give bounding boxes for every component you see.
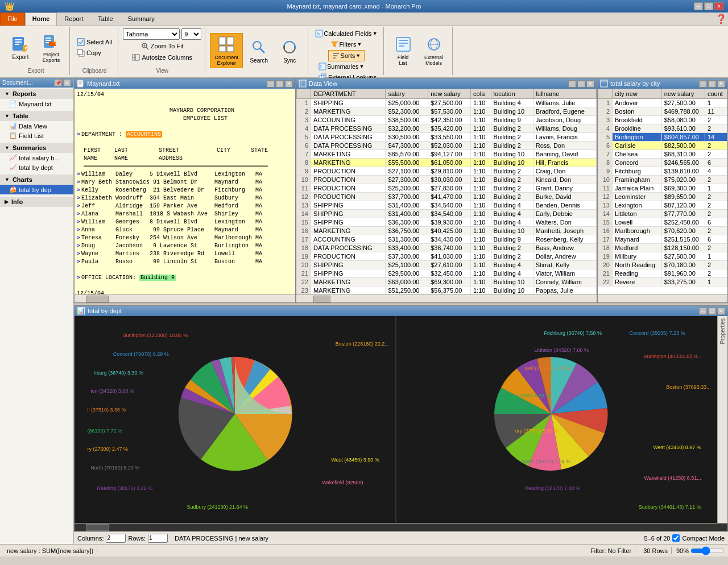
- maximize-button[interactable]: □: [704, 2, 713, 10]
- reports-expand-icon[interactable]: ▼: [5, 91, 10, 97]
- columns-input[interactable]: [106, 534, 126, 543]
- charts-header[interactable]: ▼ Charts: [0, 175, 73, 185]
- col-header-cola[interactable]: cola: [471, 89, 491, 99]
- data-view-close[interactable]: ✕: [586, 80, 594, 88]
- autosize-columns-button[interactable]: Autosize Columns: [130, 52, 195, 63]
- doc-panel-minimize[interactable]: ─: [267, 80, 275, 88]
- nav-item-total-by-dept[interactable]: 📈 total by dept: [0, 163, 73, 172]
- doc-panel-close[interactable]: ✕: [285, 80, 293, 88]
- table-row[interactable]: 3 ACCOUNTING $38,500.00 $42,350.00 1:10 …: [297, 116, 597, 124]
- project-exports-button[interactable]: ProjectExports: [36, 30, 66, 65]
- tab-table[interactable]: Table: [90, 13, 120, 26]
- table-row[interactable]: 18 DATA PROCESSING $33,400.00 $36,740.00…: [297, 244, 597, 252]
- nav-item-maynard[interactable]: 📄 Maynard.txt: [0, 99, 73, 109]
- rows-input[interactable]: [148, 534, 168, 543]
- sorts-button[interactable]: Sorts ▼: [328, 50, 365, 61]
- summary-row[interactable]: 5 Burlington $604,857.00 14: [598, 133, 727, 142]
- table-row[interactable]: 15 SHIPPING $36,300.00 $39,930.00 1:10 B…: [297, 218, 597, 227]
- nav-item-data-view[interactable]: 📊 Data View: [0, 121, 73, 131]
- doc-scroll-thumb-h[interactable]: [86, 296, 109, 302]
- summary-maximize[interactable]: □: [708, 80, 716, 88]
- table-row[interactable]: 17 ACCOUNTING $31,300.00 $34,430.00 1:10…: [297, 235, 597, 244]
- info-expand-icon[interactable]: ▶: [5, 199, 9, 205]
- minimize-button[interactable]: ─: [694, 2, 703, 10]
- summary-row[interactable]: 10 Framingham $75,020.00 2: [598, 176, 727, 184]
- table-row[interactable]: 20 SHIPPING $25,100.00 $27,610.00 1:10 B…: [297, 261, 597, 269]
- col-header-fullname[interactable]: fullname: [533, 89, 596, 99]
- info-header[interactable]: ▶ Info: [0, 197, 73, 207]
- left-panel-pin-button[interactable]: 📌: [54, 79, 62, 86]
- calculated-fields-button[interactable]: fx Calculated Fields ▼: [313, 28, 379, 39]
- chart-maximize[interactable]: □: [708, 308, 716, 315]
- summary-row[interactable]: 19 Millbury $27,500.00 1: [598, 252, 727, 261]
- document-explorer-button[interactable]: DocumentExplorer: [210, 33, 243, 68]
- table-row[interactable]: 8 MARKETING $55,500.00 $61,050.00 1:10 B…: [297, 159, 597, 167]
- summary-row[interactable]: 2 Boston $469,788.00 11: [598, 107, 727, 116]
- summary-table-container[interactable]: city new new salary count 1 Andover $27,…: [598, 89, 727, 294]
- summary-row[interactable]: 21 Reading $91,960.00 2: [598, 269, 727, 278]
- summaries-button[interactable]: Σ Summaries ▼: [316, 61, 379, 72]
- compact-mode-checkbox[interactable]: [672, 534, 680, 542]
- summary-row[interactable]: 4 Brookline $93,610.00 2: [598, 124, 727, 133]
- table-row[interactable]: 4 DATA PROCESSING $32,200.00 $35,420.00 …: [297, 124, 597, 133]
- calc-fields-dropdown-icon[interactable]: ▼: [373, 31, 378, 36]
- summary-row[interactable]: 13 Lexington $87,120.00 2: [598, 201, 727, 210]
- nav-item-chart-dept[interactable]: 🍰 total by dep: [0, 185, 73, 194]
- filters-dropdown-icon[interactable]: ▼: [357, 41, 362, 47]
- summary-row[interactable]: 22 Revere $33,275.00 1: [598, 278, 727, 286]
- chart-minimize[interactable]: ─: [699, 308, 707, 315]
- data-scroll-h[interactable]: [296, 294, 597, 302]
- reports-header[interactable]: ▼ Reports: [0, 89, 73, 99]
- summary-row[interactable]: 15 Lowell $252,450.00 6: [598, 218, 727, 227]
- copy-button[interactable]: Copy: [75, 48, 114, 58]
- charts-expand-icon[interactable]: ▼: [5, 177, 10, 182]
- help-button[interactable]: ❓: [714, 13, 728, 26]
- table-row[interactable]: 12 PRODUCTION $37,700.00 $41,470.00 1:10…: [297, 193, 597, 201]
- summary-row[interactable]: 8 Concord $246,565.00 6: [598, 159, 727, 167]
- table-row[interactable]: 16 MARKETING $36,750.00 $40,425.00 1:10 …: [297, 227, 597, 235]
- summaries-dropdown-icon[interactable]: ▼: [359, 64, 365, 69]
- data-table-container[interactable]: DEPARTMENT salary new salary cola locati…: [296, 89, 597, 294]
- table-row[interactable]: 2 MARKETING $52,300.00 $57,530.00 1:10 B…: [297, 107, 597, 116]
- nav-item-field-list[interactable]: 📋 Field List: [0, 131, 73, 140]
- data-view-maximize[interactable]: □: [577, 80, 585, 88]
- close-button[interactable]: ✕: [714, 2, 723, 10]
- summary-row[interactable]: 20 North Reading $70,180.00 2: [598, 261, 727, 269]
- summaries-expand-icon[interactable]: ▼: [5, 145, 10, 151]
- table-row[interactable]: 1 SHIPPING $25,000.00 $27,500.00 1:10 Bu…: [297, 99, 597, 107]
- table-row[interactable]: 13 SHIPPING $31,400.00 $34,540.00 1:10 B…: [297, 201, 597, 210]
- properties-label[interactable]: Properties: [719, 318, 726, 344]
- summary-col-salary[interactable]: new salary: [661, 89, 705, 99]
- tab-report[interactable]: Report: [57, 13, 90, 26]
- doc-scroll-h[interactable]: [75, 294, 295, 302]
- table-expand-icon[interactable]: ▼: [5, 113, 10, 119]
- col-header-dept[interactable]: DEPARTMENT: [311, 89, 386, 99]
- field-list-button[interactable]: FieldList: [388, 33, 418, 68]
- summary-row[interactable]: 18 Medford $128,150.00 2: [598, 244, 727, 252]
- doc-panel-maximize[interactable]: □: [276, 80, 284, 88]
- tab-home[interactable]: Home: [25, 13, 57, 26]
- font-select[interactable]: Tahoma: [123, 28, 180, 40]
- summaries-nav-header[interactable]: ▼ Summaries: [0, 143, 73, 153]
- table-row[interactable]: 11 PRODUCTION $25,300.00 $27,830.00 1:10…: [297, 184, 597, 193]
- doc-panel-content[interactable]: 12/15/04 MAYNARD CORPORATION EMPLOYEE LI…: [75, 89, 295, 294]
- font-size-select[interactable]: 9: [181, 28, 201, 40]
- table-row[interactable]: 7 MARKETING $85,570.00 $94,127.00 1:10 B…: [297, 150, 597, 159]
- select-all-button[interactable]: Select All: [75, 37, 114, 47]
- summary-scroll-h[interactable]: [598, 294, 727, 302]
- table-row[interactable]: 14 SHIPPING $31,400.00 $34,540.00 1:10 B…: [297, 210, 597, 218]
- table-row[interactable]: 22 MARKETING $63,000.00 $69,300.00 1:10 …: [297, 278, 597, 286]
- summary-col-count[interactable]: count: [705, 89, 727, 99]
- col-header-location[interactable]: location: [491, 89, 533, 99]
- summary-minimize[interactable]: ─: [699, 80, 707, 88]
- summary-col-city[interactable]: city new: [613, 89, 662, 99]
- table-header[interactable]: ▼ Table: [0, 111, 73, 121]
- chart-scroll-thumb[interactable]: [86, 524, 109, 531]
- summary-row[interactable]: 3 Brookfield $58,080.00 2: [598, 116, 727, 124]
- summary-row[interactable]: 7 Chelsea $68,310.00 2: [598, 150, 727, 159]
- col-header-salary[interactable]: salary: [386, 89, 428, 99]
- table-row[interactable]: 10 PRODUCTION $27,300.00 $30,030.00 1:10…: [297, 176, 597, 184]
- summary-close[interactable]: ✕: [717, 80, 725, 88]
- data-view-minimize[interactable]: ─: [568, 80, 576, 88]
- properties-sidebar[interactable]: Properties: [717, 316, 727, 523]
